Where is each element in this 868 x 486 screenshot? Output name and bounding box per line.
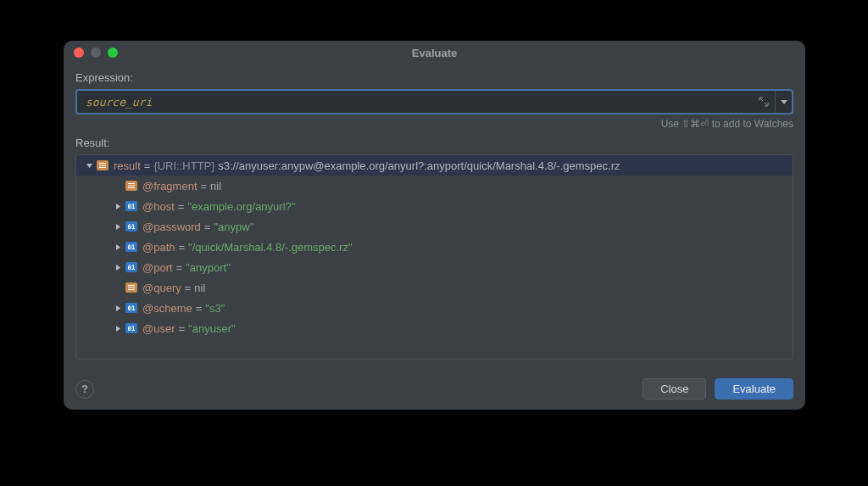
svg-rect-4 [128, 186, 135, 187]
svg-rect-5 [128, 187, 135, 188]
result-child-row[interactable]: @user="anyuser" [76, 318, 793, 338]
chevron-right-icon[interactable] [112, 264, 124, 271]
chevron-right-icon [112, 284, 124, 292]
variable-value: "anyport" [186, 261, 231, 274]
variable-name: @password [142, 221, 201, 233]
dialog-footer: ? Close Evaluate [64, 378, 805, 410]
help-button[interactable]: ? [75, 380, 94, 399]
result-label: Result: [75, 137, 793, 149]
svg-rect-1 [99, 165, 106, 166]
value-text: s3://anyuser:anypw@example.org/anyurl?:a… [218, 159, 620, 172]
chevron-right-icon[interactable] [112, 304, 124, 312]
chevron-right-icon[interactable] [112, 243, 124, 251]
variable-value: "/quick/Marshal.4.8/-.gemspec.rz" [188, 241, 352, 254]
result-child-row[interactable]: @query=nil [76, 277, 793, 298]
svg-rect-8 [128, 289, 135, 290]
variable-name: @fragment [142, 180, 198, 193]
svg-rect-6 [128, 285, 135, 286]
evaluate-button[interactable]: Evaluate [715, 378, 793, 399]
primitive-icon [125, 323, 137, 333]
result-child-row[interactable]: @port="anyport" [76, 257, 793, 277]
result-tree: result = {URI::HTTP} s3://anyuser:anypw@… [75, 154, 793, 360]
close-button[interactable]: Close [643, 378, 706, 399]
svg-rect-7 [128, 288, 135, 288]
chevron-down-icon[interactable] [83, 162, 95, 170]
variable-name: result [114, 159, 141, 172]
variable-name: @host [142, 200, 175, 213]
expression-field-wrapper [75, 89, 793, 115]
svg-rect-2 [99, 167, 106, 168]
titlebar: Evaluate [64, 41, 805, 64]
chevron-right-icon[interactable] [112, 325, 124, 332]
object-icon [125, 282, 137, 293]
variable-value: "anypw" [214, 221, 253, 233]
result-child-row[interactable]: @password="anypw" [76, 216, 793, 237]
result-root-row[interactable]: result = {URI::HTTP} s3://anyuser:anypw@… [76, 155, 793, 176]
value-type: {URI::HTTP} [153, 159, 214, 172]
svg-rect-3 [128, 183, 135, 184]
variable-value: "anyuser" [188, 322, 235, 335]
expand-editor-icon[interactable] [753, 91, 775, 113]
result-child-row[interactable]: @path="/quick/Marshal.4.8/-.gemspec.rz" [76, 237, 793, 257]
shortcut-hint: Use ⇧⌘⏎ to add to Watches [75, 118, 793, 130]
evaluate-dialog: Evaluate Expression: Use ⇧⌘⏎ to add to W… [64, 41, 805, 410]
chevron-right-icon[interactable] [112, 223, 124, 231]
variable-value: "s3" [205, 302, 225, 315]
window-title: Evaluate [64, 47, 805, 59]
object-icon [97, 160, 108, 170]
result-child-row[interactable]: @host="example.org/anyurl?" [76, 196, 793, 216]
object-icon [125, 181, 137, 191]
variable-value: nil [194, 282, 205, 294]
variable-name: @port [142, 261, 173, 274]
svg-rect-0 [99, 163, 106, 164]
primitive-icon [125, 303, 137, 313]
chevron-right-icon[interactable] [112, 203, 124, 210]
variable-value: nil [210, 180, 221, 193]
primitive-icon [125, 201, 137, 211]
variable-name: @path [142, 241, 175, 254]
expression-label: Expression: [75, 71, 793, 84]
chevron-right-icon [112, 182, 124, 190]
history-dropdown-icon[interactable] [775, 91, 792, 113]
variable-name: @query [142, 282, 181, 294]
primitive-icon [125, 242, 137, 252]
primitive-icon [125, 262, 137, 272]
primitive-icon [125, 221, 137, 232]
result-child-row[interactable]: @scheme="s3" [76, 298, 793, 318]
variable-name: @scheme [142, 302, 192, 315]
variable-name: @user [142, 322, 175, 335]
result-child-row[interactable]: @fragment=nil [76, 176, 793, 196]
expression-input[interactable] [77, 91, 753, 113]
variable-value: "example.org/anyurl?" [187, 200, 295, 213]
